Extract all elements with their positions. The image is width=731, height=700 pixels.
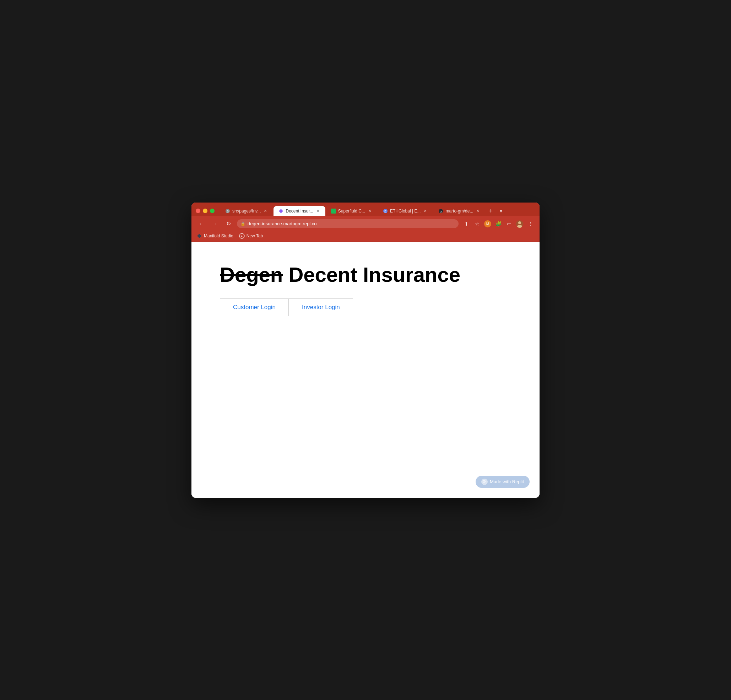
profile-icon[interactable] bbox=[515, 220, 524, 228]
svg-marker-13 bbox=[197, 234, 201, 238]
tab-decent-favicon bbox=[279, 209, 283, 213]
page-content: Degen Decent Insurance Customer Login In… bbox=[191, 242, 540, 498]
decent-insurance-text: Decent Insurance bbox=[288, 263, 460, 286]
tab-decent-close[interactable]: ✕ bbox=[316, 209, 320, 213]
avatar-icon[interactable]: M bbox=[483, 220, 492, 228]
toolbar-icons: ⬆ ☆ M 🧩 ▭ ⋮ bbox=[462, 220, 534, 228]
tab-src-favicon: S bbox=[225, 209, 230, 213]
tab-superfluid-label: Superfluid C... bbox=[338, 209, 365, 213]
tab-bar: S src/pages/Inv... ✕ Decent Insur... ✕ bbox=[191, 203, 540, 216]
close-button[interactable] bbox=[196, 209, 200, 213]
tab-github[interactable]: G marto-gm/de... ✕ bbox=[433, 206, 485, 216]
tab-github-favicon: G bbox=[438, 209, 443, 213]
tab-github-close[interactable]: ✕ bbox=[475, 209, 480, 213]
minimize-button[interactable] bbox=[203, 209, 207, 213]
svg-text:E: E bbox=[384, 210, 386, 213]
tab-src-label: src/pages/Inv... bbox=[232, 209, 261, 213]
tab-eth[interactable]: E ETHGlobal | E... ✕ bbox=[378, 206, 433, 216]
svg-marker-2 bbox=[279, 209, 283, 213]
bookmark-new-tab[interactable]: ✦ New Tab bbox=[239, 233, 263, 239]
replit-icon: ⟳ bbox=[481, 479, 488, 485]
tab-eth-close[interactable]: ✕ bbox=[423, 209, 428, 213]
share-icon[interactable]: ⬆ bbox=[462, 220, 471, 228]
bookmark-star-icon[interactable]: ☆ bbox=[473, 220, 481, 228]
svg-text:M: M bbox=[486, 222, 489, 226]
reload-button[interactable]: ↻ bbox=[223, 219, 233, 229]
investor-login-button[interactable]: Investor Login bbox=[289, 299, 353, 316]
tab-superfluid[interactable]: Superfluid C... ✕ bbox=[326, 206, 377, 216]
tab-eth-label: ETHGlobal | E... bbox=[390, 209, 421, 213]
bookmarks-bar: Manifold Studio ✦ New Tab bbox=[191, 232, 540, 242]
new-tab-button[interactable]: + bbox=[486, 208, 496, 214]
made-with-replit-label: Made with Replit bbox=[490, 479, 524, 484]
lock-icon: 🔒 bbox=[241, 221, 245, 226]
login-buttons: Customer Login Investor Login bbox=[220, 299, 511, 316]
svg-text:G: G bbox=[440, 210, 442, 213]
new-tab-bookmark-label: New Tab bbox=[247, 234, 263, 238]
forward-button[interactable]: → bbox=[210, 219, 220, 229]
address-bar: ← → ↻ 🔒 ⬆ ☆ M 🧩 ▭ bbox=[191, 216, 540, 232]
strikethrough-text: Degen bbox=[220, 263, 283, 286]
maximize-button[interactable] bbox=[210, 209, 214, 213]
tab-github-label: marto-gm/de... bbox=[445, 209, 473, 213]
manifold-studio-label: Manifold Studio bbox=[204, 234, 233, 238]
bookmark-manifold-studio[interactable]: Manifold Studio bbox=[197, 233, 233, 239]
tab-src-pages[interactable]: S src/pages/Inv... ✕ bbox=[220, 206, 273, 216]
new-tab-bookmark-icon: ✦ bbox=[239, 233, 245, 239]
title-bar: S src/pages/Inv... ✕ Decent Insur... ✕ bbox=[191, 203, 540, 242]
svg-point-12 bbox=[517, 225, 522, 228]
tabs-chevron-button[interactable]: ▾ bbox=[498, 208, 504, 214]
tab-eth-favicon: E bbox=[383, 209, 388, 213]
svg-text:S: S bbox=[227, 210, 229, 213]
page-title: Degen Decent Insurance bbox=[220, 263, 511, 286]
browser-window: S src/pages/Inv... ✕ Decent Insur... ✕ bbox=[191, 203, 540, 498]
svg-rect-3 bbox=[331, 209, 336, 213]
address-input[interactable] bbox=[237, 219, 459, 228]
tab-decent-label: Decent Insur... bbox=[286, 209, 313, 213]
tab-superfluid-close[interactable]: ✕ bbox=[367, 209, 372, 213]
menu-dots-icon[interactable]: ⋮ bbox=[526, 220, 534, 228]
traffic-lights bbox=[196, 209, 214, 213]
tab-superfluid-favicon bbox=[331, 209, 336, 213]
made-with-replit-badge[interactable]: ⟳ Made with Replit bbox=[476, 476, 530, 488]
manifold-studio-icon bbox=[197, 233, 202, 239]
customer-login-button[interactable]: Customer Login bbox=[220, 299, 289, 316]
back-button[interactable]: ← bbox=[197, 219, 206, 229]
svg-point-11 bbox=[518, 221, 521, 224]
sidebar-toggle-icon[interactable]: ▭ bbox=[505, 220, 513, 228]
address-wrapper: 🔒 bbox=[237, 219, 459, 228]
extension-puzzle-icon[interactable]: 🧩 bbox=[494, 220, 503, 228]
svg-text:✦: ✦ bbox=[241, 235, 243, 238]
tab-src-close[interactable]: ✕ bbox=[263, 209, 268, 213]
tab-decent[interactable]: Decent Insur... ✕ bbox=[273, 206, 325, 216]
